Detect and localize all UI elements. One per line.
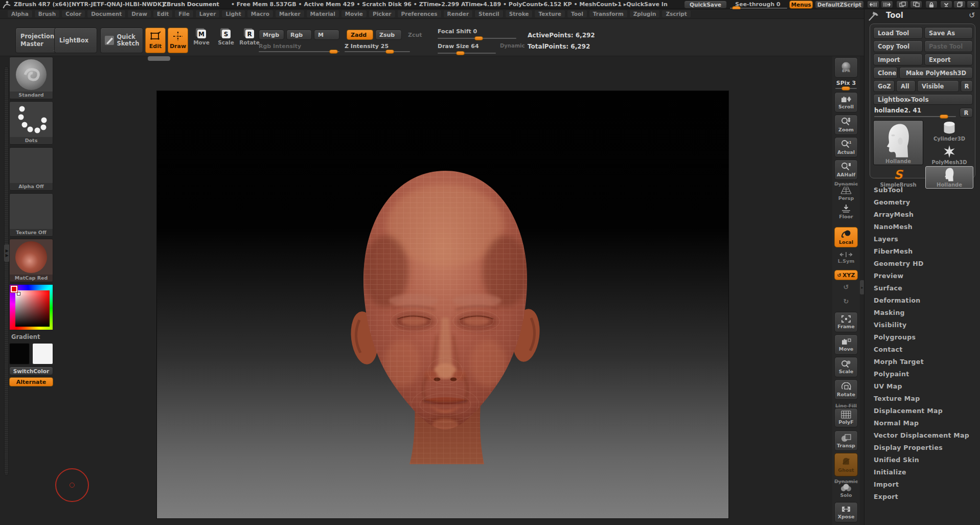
model-head[interactable]	[337, 167, 554, 464]
minimize-button[interactable]	[940, 1, 952, 8]
rgb-button[interactable]: Rgb	[286, 30, 312, 40]
tool-section[interactable]: ArrayMesh	[874, 209, 969, 221]
polyf-button[interactable]: PolyF	[834, 408, 858, 427]
tool-section[interactable]: Deformation	[874, 294, 969, 307]
menu-item[interactable]: Draw	[127, 10, 151, 18]
tool-section[interactable]: Polygroups	[874, 331, 969, 344]
persp-button[interactable]: Persp	[834, 186, 858, 201]
tool-section[interactable]: Import	[874, 478, 969, 491]
tool-section[interactable]: Contact	[874, 344, 969, 356]
document-canvas[interactable]	[156, 90, 729, 519]
xyz-button[interactable]: ↺ XYZ	[834, 270, 858, 280]
left-tray-toggle-icon[interactable]	[867, 1, 879, 8]
actual-button[interactable]: x1 Actual	[834, 137, 858, 157]
right-tray-toggle-icon[interactable]	[881, 1, 893, 8]
m-button[interactable]: M	[314, 30, 339, 40]
ghost-button[interactable]: Ghost	[834, 453, 858, 476]
menu-item[interactable]: Movie	[341, 10, 367, 18]
z-intensity-slider[interactable]	[345, 51, 410, 52]
alternate-button[interactable]: Alternate	[9, 377, 53, 386]
document-scrollbar-handle[interactable]	[148, 56, 170, 61]
tool-r-button[interactable]: R	[960, 108, 973, 118]
tool-slider-handle[interactable]	[940, 115, 948, 119]
menu-item[interactable]: Light	[221, 10, 245, 18]
copy-tool-button[interactable]: Copy Tool	[873, 40, 923, 52]
default-zscript-button[interactable]: DefaultZScript	[815, 1, 864, 9]
tray-move-button[interactable]: Move	[834, 334, 858, 355]
divider-bar-icon[interactable]	[896, 1, 908, 8]
menu-item[interactable]: Render	[443, 10, 473, 18]
tool-slider[interactable]	[874, 116, 956, 117]
quicksave-button[interactable]: QuickSave	[684, 1, 727, 9]
move-mode-button[interactable]: M Move	[190, 30, 213, 45]
tool-section[interactable]: NanoMesh	[874, 221, 969, 233]
menu-item[interactable]: Stencil	[474, 10, 504, 18]
menu-item[interactable]: Material	[306, 10, 339, 18]
draw-size-slider-handle[interactable]	[456, 51, 465, 55]
draw-mode-button[interactable]: Draw	[168, 28, 188, 53]
menu-item[interactable]: Transform	[589, 10, 628, 18]
switch-color-button[interactable]: SwitchColor	[9, 367, 53, 375]
tool-section[interactable]: Export	[874, 491, 969, 503]
scroll-button[interactable]: Scroll	[834, 92, 858, 112]
left-tray-scrollbar[interactable]	[4, 66, 9, 475]
tool-section[interactable]: Surface	[874, 282, 969, 294]
layout-switch-icon[interactable]	[910, 1, 922, 8]
menu-item[interactable]: Color	[61, 10, 85, 18]
rgb-intensity-slider-handle[interactable]	[329, 50, 338, 54]
bpr-button[interactable]: BPR	[834, 57, 858, 78]
zsub-button[interactable]: Zsub	[375, 30, 402, 40]
frame-button[interactable]: Frame	[834, 312, 858, 332]
make-polymesh3d-button[interactable]: Make PolyMesh3D	[899, 67, 973, 79]
focal-shift-slider-handle[interactable]	[474, 36, 483, 40]
tool-section[interactable]: Preview	[874, 270, 969, 282]
lightbox-button[interactable]: LightBox	[54, 28, 97, 53]
tool-item-cylinder3d[interactable]: Cylinder3D	[925, 120, 973, 143]
transp-button[interactable]: Transp	[834, 430, 858, 451]
tool-section[interactable]: Displacement Map	[874, 405, 969, 417]
menu-item[interactable]: Zscript	[662, 10, 691, 18]
clone-button[interactable]: Clone	[873, 67, 898, 79]
current-material-tile[interactable]: MatCap Red Wax	[9, 239, 53, 282]
menu-item[interactable]: Picker	[369, 10, 396, 18]
tool-section[interactable]: Vector Displacement Map	[874, 429, 969, 442]
menu-item[interactable]: File	[174, 10, 194, 18]
tool-section[interactable]: Initialize	[874, 466, 969, 478]
menu-item[interactable]: Marker	[275, 10, 305, 18]
secondary-color-swatch[interactable]	[32, 343, 53, 364]
menu-item[interactable]: Tool	[567, 10, 587, 18]
see-through-slider[interactable]	[730, 8, 787, 9]
menu-item[interactable]: Stroke	[505, 10, 533, 18]
menu-item[interactable]: Document	[87, 10, 126, 18]
color-picker[interactable]	[9, 284, 53, 330]
save-as-button[interactable]: Save As	[924, 27, 973, 39]
tool-section[interactable]: Normal Map	[874, 417, 969, 429]
menu-item[interactable]: Alpha	[7, 10, 33, 18]
draw-size-slider[interactable]	[438, 53, 496, 54]
menus-toggle-button[interactable]: Menus	[789, 1, 813, 9]
menu-item[interactable]: Preferences	[397, 10, 442, 18]
goz-button[interactable]: GoZ	[873, 80, 895, 92]
lightbox-tools-button[interactable]: Lightbox▸Tools	[873, 94, 973, 105]
current-texture-tile[interactable]: Texture Off	[9, 193, 53, 237]
scale-mode-button[interactable]: S Scale	[215, 30, 237, 45]
tool-section[interactable]: Polypaint	[874, 368, 969, 380]
local-button[interactable]: Local	[834, 227, 858, 247]
spix-slider-handle[interactable]	[841, 86, 850, 90]
goz-r-button[interactable]: R	[961, 80, 973, 92]
menu-item[interactable]: Edit	[153, 10, 173, 18]
tool-section[interactable]: Display Properties	[874, 442, 969, 454]
current-alpha-tile[interactable]: Alpha Off	[9, 147, 53, 191]
zadd-button[interactable]: Zadd	[347, 30, 373, 40]
tool-item-polymesh3d[interactable]: PolyMesh3D	[925, 144, 973, 166]
tool-section[interactable]: Masking	[874, 307, 969, 319]
current-color-swatch[interactable]	[10, 285, 18, 293]
menu-item[interactable]: Layer	[195, 10, 220, 18]
tool-section[interactable]: Layers	[874, 233, 969, 245]
current-tool-preview[interactable]: Hollande	[873, 120, 923, 165]
quick-sketch-button[interactable]: Quick Sketch	[100, 28, 143, 53]
tool-reset-icon[interactable]: ↺	[969, 11, 975, 20]
tool-section[interactable]: Geometry	[874, 196, 969, 209]
tool-section[interactable]: Texture Map	[874, 393, 969, 405]
restore-button[interactable]	[953, 1, 966, 8]
